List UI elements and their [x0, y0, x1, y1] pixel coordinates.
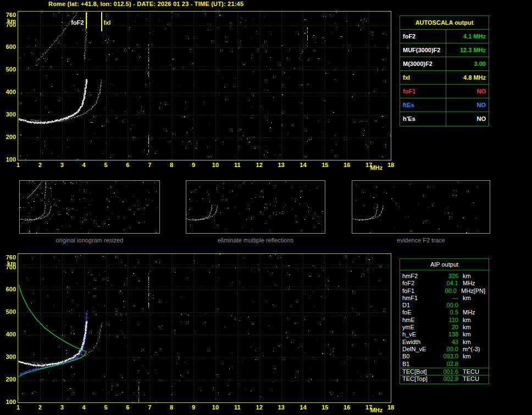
x-axis-tick-label: 11 [231, 162, 244, 168]
aip-row-fof2: foF204.1MHz [400, 280, 489, 287]
x-axis-tick-label: 13 [275, 162, 288, 168]
param-unit: km [463, 295, 471, 302]
param-unit: km [463, 273, 471, 280]
param-value: 02.8 [436, 361, 458, 368]
marker-label-fof2: foF2 [61, 20, 84, 26]
thumbnail-eliminate-reflections [186, 180, 325, 234]
thumbnail-original-canvas [20, 181, 159, 233]
param-label: Ewidth [402, 339, 436, 346]
top-ionogram-plot [18, 11, 391, 161]
param-label: B0 [402, 353, 436, 360]
thumbnail-evidence-canvas [352, 181, 490, 233]
y-axis-tick-label: 300 [0, 354, 16, 360]
thumbnail-original-ionogram [19, 180, 160, 234]
param-label: MUF(3000)F2 [400, 43, 446, 57]
param-label: DelN_vE [402, 346, 436, 353]
thumbnail-evidence-f2 [352, 180, 490, 234]
param-note [485, 309, 486, 316]
param-label: foF2 [402, 280, 436, 287]
param-value: NO [446, 112, 489, 126]
thumbnail-eliminate-canvas [186, 181, 325, 233]
aip-row-tec-bot: TEC[Bot]001.6TECU [400, 368, 489, 375]
param-value: 00.0 [436, 302, 458, 309]
param-unit: m^(-3) [463, 346, 480, 353]
param-label: foF2 [400, 30, 446, 43]
param-unit: MHz [463, 280, 475, 287]
y-axis-tick-label: 400 [0, 89, 16, 95]
marker-line-fof2 [86, 12, 87, 29]
param-note [485, 331, 486, 338]
x-axis-tick-label: 14 [296, 162, 309, 168]
param-label: foF1 [402, 287, 435, 295]
x-axis-tick-label: 15 [318, 162, 331, 168]
y-axis-tick-label: 600 [0, 44, 16, 50]
param-unit: km [463, 331, 471, 338]
y-axis-tick-label: 600 [0, 286, 16, 292]
x-axis-tick-label: 2 [34, 162, 47, 168]
x-axis-tick-label: 14 [296, 405, 309, 411]
param-value: 04.1 [436, 280, 458, 287]
x-axis-tick-label: 8 [165, 162, 178, 168]
x-axis-tick-label: 7 [143, 162, 156, 168]
param-note [485, 273, 486, 280]
x-axis-tick-label: 3 [56, 162, 69, 168]
param-value: 0.5 [436, 309, 458, 316]
param-label: foE [402, 309, 436, 316]
x-axis-tick-label: 6 [121, 162, 134, 168]
param-note [485, 346, 486, 353]
autoscala-panel-title: AUTOSCALA output [400, 16, 489, 30]
param-label: h'Es [400, 112, 446, 126]
param-value: 326 [436, 273, 458, 280]
aip-row-foe: foE0.5MHz [400, 309, 489, 316]
param-label: TEC[Top] [402, 375, 436, 382]
param-note [485, 339, 486, 346]
x-axis-tick-label: 12 [253, 162, 266, 168]
x-axis-tick-label: 10 [209, 162, 222, 168]
param-label: B1 [402, 361, 436, 368]
param-note [485, 375, 486, 382]
x-axis-tick-label: 5 [99, 405, 113, 411]
autoscala-window: Rome (lat: +41.8, lon: 012.5) - DATE: 20… [0, 0, 532, 415]
y-axis-unit-label: km [0, 18, 16, 24]
param-label: h_vE [402, 331, 436, 338]
param-note [485, 302, 486, 309]
aip-row-hmf2: hmF2326km [400, 273, 489, 280]
param-label: hmE [402, 317, 436, 324]
x-axis-tick-label: 5 [99, 162, 113, 168]
aip-row-hmf1: hmF1---km [400, 295, 489, 302]
autoscala-output-panel: AUTOSCALA output foF2 4.1 MHz MUF(3000)F… [400, 15, 489, 126]
x-axis-tick-label: 18 [384, 405, 397, 411]
aip-row-tec-top: TEC[Top]002.8TECU [400, 375, 489, 382]
param-unit: MHz [463, 309, 475, 316]
param-value: 4.1 MHz [446, 30, 489, 43]
autoscala-row-m3000f2: M(3000)F2 3.00 [400, 57, 489, 71]
y-axis-tick-label: 400 [0, 331, 16, 337]
param-label: D1 [402, 302, 436, 309]
param-unit: km [463, 317, 471, 324]
param-value: 002.8 [436, 375, 458, 382]
param-note [485, 368, 486, 375]
x-axis-tick-label: 12 [253, 405, 266, 411]
autoscala-row-fxi: fxI 4.8 MHz [400, 71, 489, 85]
param-unit: km [463, 324, 471, 331]
aip-output-panel: AIP output hmF2326km foF204.1MHz foF100.… [400, 258, 489, 384]
thumbnail-caption: original ionogram resized [19, 237, 160, 244]
x-axis-unit-label: MHz [368, 407, 385, 413]
param-value: 110 [436, 317, 458, 324]
param-label: hmF1 [402, 295, 436, 302]
autoscala-row-fof2: foF2 4.1 MHz [400, 30, 489, 43]
param-unit: km [463, 353, 471, 360]
param-unit: TECU [463, 368, 479, 375]
param-value: NO [446, 85, 489, 98]
aip-rows: hmF2326km foF204.1MHz foF100.0MHz[PN] hm… [400, 270, 489, 384]
param-unit: km [463, 339, 471, 346]
param-value: 43 [436, 339, 458, 346]
param-note [485, 353, 486, 360]
param-value: 00.0 [436, 346, 458, 353]
bottom-profile-canvas [18, 254, 391, 402]
y-axis-tick-label: 500 [0, 67, 16, 73]
param-label: hmF2 [402, 273, 436, 280]
x-axis-tick-label: 7 [143, 405, 156, 411]
x-axis-unit-label: MHz [368, 165, 385, 171]
aip-row-fof1: foF100.0MHz[PN] [400, 287, 489, 295]
